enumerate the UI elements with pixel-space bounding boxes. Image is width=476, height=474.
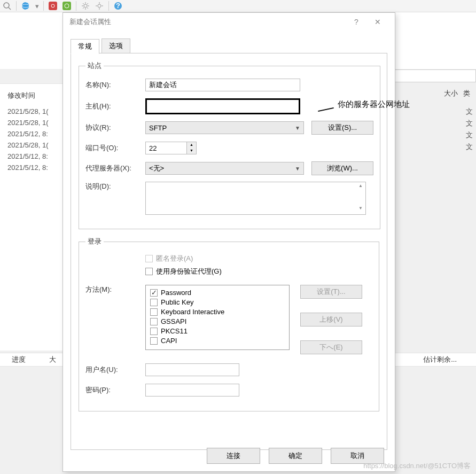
chevron-down-icon: ▼ xyxy=(295,125,300,131)
dialog-titlebar: 新建会话属性 ? ✕ xyxy=(63,13,395,31)
svg-text:?: ? xyxy=(116,2,120,10)
label-port: 端口号(O): xyxy=(85,143,145,153)
dialog-buttons: 连接 确定 取消 xyxy=(207,448,384,464)
gear-icon[interactable] xyxy=(81,1,90,11)
move-down-button: 下へ(E) xyxy=(300,340,362,354)
method-check-publickey[interactable] xyxy=(150,299,158,306)
settings-s-button[interactable]: 设置(S)... xyxy=(311,121,373,135)
help-icon[interactable]: ? xyxy=(113,1,123,11)
tab-options[interactable]: 选项 xyxy=(102,38,130,53)
label-protocol: 协议(R): xyxy=(85,123,145,133)
search-icon[interactable] xyxy=(2,1,12,11)
svg-line-15 xyxy=(87,3,88,4)
list-item[interactable]: 2021/5/12, 8: xyxy=(0,128,64,139)
list-item[interactable]: 2021/5/28, 1( xyxy=(0,139,64,151)
svg-line-13 xyxy=(87,7,88,9)
list-item[interactable]: 2021/5/28, 1( xyxy=(0,106,64,117)
auth-agent-checkbox[interactable] xyxy=(145,268,153,275)
close-icon[interactable]: ✕ xyxy=(367,18,388,26)
status-eta-label: 估计剩余... xyxy=(411,355,469,364)
label-description: 说明(D): xyxy=(85,182,145,191)
dialog-title: 新建会话属性 xyxy=(69,17,111,27)
app-green-icon[interactable] xyxy=(62,1,72,11)
label-method: 方法(M): xyxy=(85,285,145,294)
browse-button[interactable]: 浏览(W)... xyxy=(311,161,373,175)
svg-line-14 xyxy=(83,7,84,9)
dialog-tabs: 常规 选项 xyxy=(71,38,387,53)
scroll-up-icon[interactable]: ▲ xyxy=(357,183,364,191)
file-type-column: 文 文 文 文 xyxy=(466,107,473,154)
svg-point-16 xyxy=(98,4,101,7)
password-field[interactable] xyxy=(145,384,239,397)
label-proxy: 代理服务器(X): xyxy=(85,164,145,173)
label-username: 用户名(U): xyxy=(85,365,145,375)
svg-point-0 xyxy=(4,3,9,8)
svg-line-1 xyxy=(9,7,11,10)
dropdown-caret-icon[interactable]: ▾ xyxy=(35,1,39,11)
annotation-text: 你的服务器公网地址 xyxy=(338,99,410,110)
globe-icon[interactable] xyxy=(21,1,30,11)
username-field[interactable] xyxy=(145,363,239,376)
group-site: 站点 名称(N): 主机(H): 协议(R): SFTP▼ 设置(S)... 端… xyxy=(79,61,380,229)
svg-rect-5 xyxy=(63,2,71,10)
chevron-down-icon: ▼ xyxy=(295,166,300,172)
svg-rect-4 xyxy=(49,2,57,10)
auth-methods-list[interactable]: ✓Password Public Key Keyboard Interactiv… xyxy=(145,285,290,350)
column-header-mtime[interactable]: 修改时间 xyxy=(0,89,64,106)
svg-point-7 xyxy=(84,4,87,7)
gear-icon[interactable] xyxy=(95,1,104,11)
description-field[interactable]: ▲ ▼ xyxy=(145,182,366,215)
protocol-select[interactable]: SFTP▼ xyxy=(145,121,304,134)
port-field[interactable] xyxy=(145,142,187,154)
label-password: 密码(P): xyxy=(85,385,145,395)
name-field[interactable] xyxy=(145,79,300,91)
list-item[interactable]: 2021/5/12, 8: xyxy=(0,151,64,162)
svg-line-12 xyxy=(83,3,84,4)
status-progress-label: 进度 xyxy=(0,355,37,364)
connect-button[interactable]: 连接 xyxy=(207,448,260,464)
watermark: https://blog.csdn.net/@51CTO博客 xyxy=(363,461,471,471)
column-header-size[interactable]: 大小 xyxy=(444,89,458,98)
column-header-type[interactable]: 类 xyxy=(463,89,470,98)
proxy-select[interactable]: <无>▼ xyxy=(145,162,304,175)
port-spinner[interactable]: ▲▼ xyxy=(187,142,197,154)
group-login-legend: 登录 xyxy=(85,237,104,246)
auth-agent-label: 使用身份验证代理(G) xyxy=(156,267,222,276)
new-session-dialog: 新建会话属性 ? ✕ 常规 选项 站点 名称(N): 主机(H): 协议(R):… xyxy=(63,12,395,472)
method-check-gssapi[interactable] xyxy=(150,318,158,325)
list-item[interactable]: 2021/5/12, 8: xyxy=(0,162,64,173)
group-site-legend: 站点 xyxy=(85,61,104,71)
anonymous-label: 匿名登录(A) xyxy=(156,254,193,263)
settings-t-button: 设置(T)... xyxy=(300,285,362,299)
move-up-button: 上移(V) xyxy=(300,313,362,327)
ok-button[interactable]: 确定 xyxy=(269,448,322,464)
anonymous-checkbox xyxy=(145,255,153,262)
tab-content: 站点 名称(N): 主机(H): 协议(R): SFTP▼ 设置(S)... 端… xyxy=(71,53,387,450)
label-name: 名称(N): xyxy=(85,80,145,90)
method-check-password[interactable]: ✓ xyxy=(150,289,158,297)
method-check-pkcs11[interactable] xyxy=(150,328,158,335)
list-item[interactable]: 2021/5/28, 1( xyxy=(0,117,64,128)
dialog-help-button[interactable]: ? xyxy=(346,18,367,26)
scroll-down-icon[interactable]: ▼ xyxy=(357,206,364,213)
app-red-icon[interactable] xyxy=(48,1,58,11)
group-login: 登录 匿名登录(A) 使用身份验证代理(G) 方法(M): ✓Password … xyxy=(79,237,379,411)
tab-general[interactable]: 常规 xyxy=(71,39,99,54)
column-headers-right: 大小 类 xyxy=(444,83,476,98)
label-host: 主机(H): xyxy=(85,102,145,111)
method-check-capi[interactable] xyxy=(150,337,158,345)
host-field[interactable] xyxy=(145,98,300,114)
method-check-keyboard[interactable] xyxy=(150,308,158,316)
background-toolbar: ▾ ? xyxy=(0,0,476,12)
file-list-panel: 修改时间 2021/5/28, 1( 2021/5/28, 1( 2021/5/… xyxy=(0,83,64,351)
